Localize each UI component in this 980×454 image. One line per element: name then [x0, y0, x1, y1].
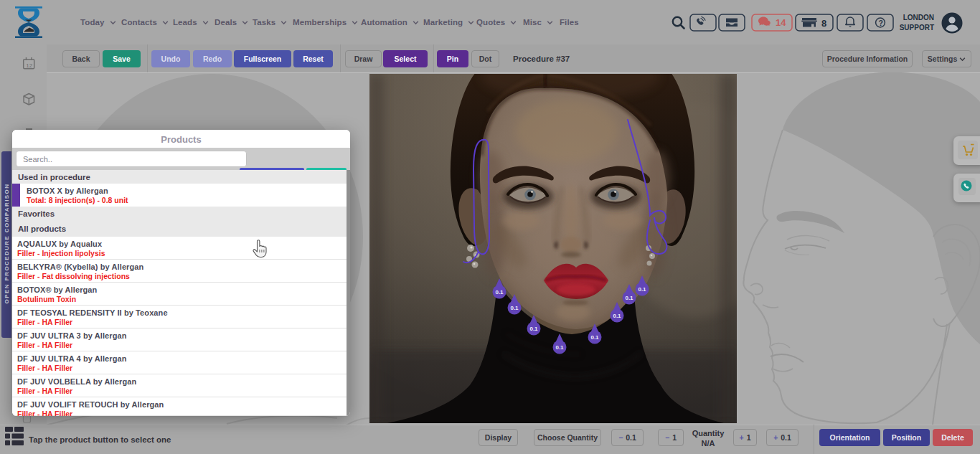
svg-text:?: ? — [878, 19, 882, 27]
svg-text:12: 12 — [26, 62, 32, 69]
svg-text:14: 14 — [776, 17, 786, 28]
svg-text:8: 8 — [821, 18, 826, 29]
